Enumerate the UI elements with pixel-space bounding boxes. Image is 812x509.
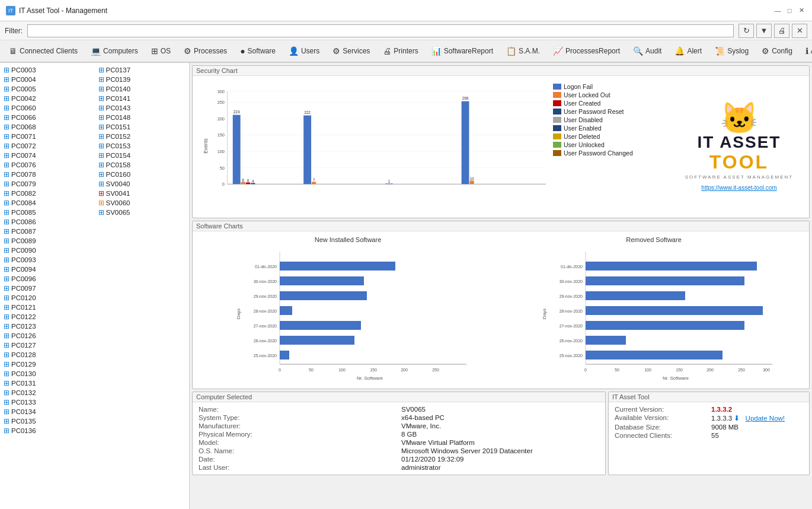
sidebar-item-SV0060[interactable]: ⊞SV0060 (95, 198, 190, 208)
sidebar-item-PC0071[interactable]: ⊞PC0071 (0, 132, 95, 141)
sidebar-item-PC0042[interactable]: ⊞PC0042 (0, 94, 95, 103)
pc-row: ⊞PC0130 (0, 369, 189, 378)
sidebar-item-PC0129[interactable]: ⊞PC0129 (0, 360, 189, 369)
sidebar-item-PC0121[interactable]: ⊞PC0121 (0, 303, 189, 312)
nav-item-connected-clients[interactable]: 🖥Connected Clients (2, 43, 84, 59)
legend-item: User Created (553, 100, 667, 107)
nav-item-audit[interactable]: 🔍Audit (626, 43, 668, 59)
legend-color-swatch (553, 150, 561, 156)
sidebar-item-PC0131[interactable]: ⊞PC0131 (0, 378, 189, 388)
sidebar-item-PC0082[interactable]: ⊞PC0082 (0, 189, 95, 198)
nav-item-os[interactable]: ⊞OS (145, 43, 177, 59)
sidebar-item-PC0120[interactable]: ⊞PC0120 (0, 293, 189, 303)
model-value: VMware Virtual Platform (401, 439, 599, 446)
minimize-button[interactable]: — (773, 6, 782, 15)
sidebar-item-PC0066[interactable]: ⊞PC0066 (0, 113, 95, 122)
sidebar-item-PC0128[interactable]: ⊞PC0128 (0, 350, 189, 360)
sidebar-item-PC0085[interactable]: ⊞PC0085 (0, 208, 95, 217)
svg-rect-20 (246, 183, 250, 184)
sidebar-item-PC0134[interactable]: ⊞PC0134 (0, 407, 189, 416)
sidebar-item-PC0137[interactable]: ⊞PC0137 (95, 65, 190, 75)
print-button[interactable]: 🖨 (774, 24, 789, 38)
sidebar-item-PC0151[interactable]: ⊞PC0151 (95, 122, 190, 132)
sidebar-item-PC0089[interactable]: ⊞PC0089 (0, 236, 189, 246)
sidebar-item-PC0133[interactable]: ⊞PC0133 (0, 397, 189, 407)
sidebar-item-PC0074[interactable]: ⊞PC0074 (0, 151, 95, 160)
sidebar-item-PC0005[interactable]: ⊞PC0005 (0, 84, 95, 94)
sidebar-item-PC0130[interactable]: ⊞PC0130 (0, 369, 189, 378)
refresh-button[interactable]: ↻ (739, 24, 754, 38)
filter-input[interactable] (27, 24, 734, 37)
sidebar-item-PC0123[interactable]: ⊞PC0123 (0, 322, 189, 331)
nav-item-services[interactable]: ⚙Services (326, 43, 376, 59)
sidebar-item-PC0126[interactable]: ⊞PC0126 (0, 331, 189, 341)
sidebar-item-PC0152[interactable]: ⊞PC0152 (95, 132, 190, 141)
pc-icon-PC0074: ⊞ (4, 151, 9, 160)
sidebar-item-PC0097[interactable]: ⊞PC0097 (0, 284, 189, 293)
nav-icon-computers: 💻 (91, 46, 101, 56)
pc-icon-PC0093: ⊞ (4, 256, 9, 264)
sidebar-item-PC0086[interactable]: ⊞PC0086 (0, 217, 189, 227)
sidebar-item-PC0143[interactable]: ⊞PC0143 (95, 103, 190, 113)
sidebar-item-PC0076[interactable]: ⊞PC0076 (0, 160, 95, 170)
sidebar-item-PC0140[interactable]: ⊞PC0140 (95, 84, 190, 94)
sidebar-item-PC0132[interactable]: ⊞PC0132 (0, 388, 189, 397)
sidebar-item-PC0068[interactable]: ⊞PC0068 (0, 122, 95, 132)
nav-item-users[interactable]: 👤Users (282, 43, 326, 59)
sidebar-item-PC0078[interactable]: ⊞PC0078 (0, 170, 95, 179)
filter-button[interactable]: ▼ (756, 24, 772, 38)
sidebar-item-SV0040[interactable]: ⊞SV0040 (95, 179, 190, 189)
sidebar-item-PC0141[interactable]: ⊞PC0141 (95, 94, 190, 103)
sidebar-item-PC0079[interactable]: ⊞PC0079 (0, 179, 95, 189)
pc-row: ⊞PC0089 (0, 236, 189, 246)
sidebar-item-PC0090[interactable]: ⊞PC0090 (0, 246, 189, 255)
nav-item-sam[interactable]: 📋S.A.M. (500, 43, 546, 59)
nav-item-printers[interactable]: 🖨Printers (376, 43, 424, 59)
sidebar-item-PC0153[interactable]: ⊞PC0153 (95, 141, 190, 151)
sidebar-item-PC0096[interactable]: ⊞PC0096 (0, 274, 189, 284)
sidebar-item-PC0154[interactable]: ⊞PC0154 (95, 151, 190, 160)
sidebar-item-PC0127[interactable]: ⊞PC0127 (0, 341, 189, 350)
sidebar-item-PC0135[interactable]: ⊞PC0135 (0, 416, 189, 426)
sidebar-item-PC0060[interactable]: ⊞PC0060 (0, 103, 95, 113)
export-button[interactable]: ✕ (792, 24, 807, 38)
nav-item-alert[interactable]: 🔔Alert (668, 43, 708, 59)
pc-row: ⊞PC0076⊞PC0158 (0, 160, 189, 170)
sidebar-item-PC0087[interactable]: ⊞PC0087 (0, 227, 189, 236)
nav-item-syslog[interactable]: 📜Syslog (708, 43, 755, 59)
website-link[interactable]: https://www.it-asset-tool.com (701, 184, 776, 191)
nav-item-processes[interactable]: ⚙Processes (177, 43, 234, 59)
pc-icon-PC0090: ⊞ (4, 246, 9, 254)
sidebar-item-PC0158[interactable]: ⊞PC0158 (95, 160, 190, 170)
nav-item-computers[interactable]: 💻Computers (84, 43, 145, 59)
nav-item-software-report[interactable]: 📊SoftwareReport (425, 43, 500, 59)
nav-item-software[interactable]: ●Software (234, 43, 282, 59)
nav-item-config[interactable]: ⚙Config (755, 43, 799, 59)
sidebar-item-PC0139[interactable]: ⊞PC0139 (95, 75, 190, 84)
sidebar-item-PC0148[interactable]: ⊞PC0148 (95, 113, 190, 122)
sidebar-item-PC0072[interactable]: ⊞PC0072 (0, 141, 95, 151)
sidebar-item-PC0003[interactable]: ⊞PC0003 (0, 65, 95, 75)
pc-icon-PC0136: ⊞ (4, 427, 9, 435)
dashboard-content: Security Chart Events 0 50 100 (190, 63, 812, 509)
sidebar-item-SV0041[interactable]: ⊞SV0041 (95, 189, 190, 198)
nav-item-processes-report[interactable]: 📈ProcessesReport (546, 43, 626, 59)
pc-icon-PC0129: ⊞ (4, 360, 9, 368)
sidebar-item-PC0160[interactable]: ⊞PC0160 (95, 170, 190, 179)
svg-rect-57 (280, 262, 395, 271)
nav-item-about[interactable]: ℹAbout (799, 43, 812, 59)
close-button[interactable]: ✕ (797, 6, 806, 15)
pc-icon-PC0143: ⊞ (98, 104, 104, 112)
svg-text:28-nov-2020: 28-nov-2020 (560, 309, 583, 313)
sidebar-item-SV0065[interactable]: ⊞SV0065 (95, 208, 190, 217)
maximize-button[interactable]: □ (785, 6, 794, 15)
sidebar-item-PC0004[interactable]: ⊞PC0004 (0, 75, 95, 84)
sidebar-item-PC0136[interactable]: ⊞PC0136 (0, 426, 189, 435)
svg-text:300: 300 (218, 89, 225, 94)
sidebar-item-PC0094[interactable]: ⊞PC0094 (0, 265, 189, 274)
update-now-button[interactable]: Update Now! (746, 415, 785, 422)
sidebar-item-PC0122[interactable]: ⊞PC0122 (0, 312, 189, 322)
sidebar-item-PC0084[interactable]: ⊞PC0084 (0, 198, 95, 208)
sidebar-item-PC0093[interactable]: ⊞PC0093 (0, 255, 189, 265)
pc-row: ⊞PC0121 (0, 303, 189, 312)
